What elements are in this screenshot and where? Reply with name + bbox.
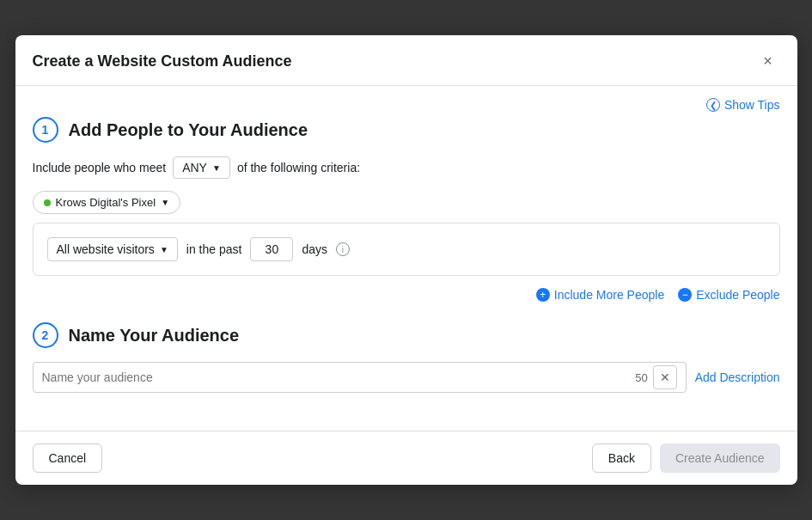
section2-header: 2 Name Your Audience bbox=[33, 322, 780, 348]
include-more-button[interactable]: + Include More People bbox=[536, 288, 664, 302]
any-dropdown[interactable]: ANY ▼ bbox=[173, 156, 230, 179]
pixel-tag[interactable]: Krows Digital's Pixel ▼ bbox=[33, 191, 181, 214]
close-button[interactable]: × bbox=[756, 49, 780, 73]
visitors-dropdown[interactable]: All website visitors ▼ bbox=[47, 237, 178, 261]
criteria-box: All website visitors ▼ in the past days … bbox=[33, 223, 780, 276]
in-past-label: in the past bbox=[186, 242, 242, 256]
include-text-after: of the following criteria: bbox=[237, 161, 360, 174]
step2-number: 2 bbox=[42, 328, 49, 342]
audience-name-row: 50 ✕ Add Description bbox=[33, 362, 780, 393]
clear-input-button[interactable]: ✕ bbox=[653, 365, 677, 389]
cancel-label: Cancel bbox=[49, 451, 87, 465]
modal-footer: Cancel Back Create Audience bbox=[15, 431, 797, 485]
show-tips-label: Show Tips bbox=[724, 98, 780, 112]
exclude-label: Exclude People bbox=[696, 288, 779, 302]
actions-row: + Include More People − Exclude People bbox=[33, 288, 780, 302]
modal-title: Create a Website Custom Audience bbox=[33, 52, 292, 70]
add-description-button[interactable]: Add Description bbox=[695, 370, 780, 384]
days-input[interactable] bbox=[250, 237, 293, 261]
step1-number: 1 bbox=[42, 123, 49, 137]
char-count: 50 bbox=[635, 371, 647, 384]
section1-title: Add People to Your Audience bbox=[69, 120, 308, 140]
step2-circle: 2 bbox=[33, 322, 58, 348]
create-audience-button[interactable]: Create Audience bbox=[660, 444, 780, 473]
show-tips-button[interactable]: ❮ Show Tips bbox=[706, 98, 780, 112]
section-name-audience: 2 Name Your Audience 50 ✕ Add Descriptio… bbox=[33, 322, 780, 393]
green-dot-icon bbox=[44, 199, 51, 206]
include-text-before: Include people who meet bbox=[33, 161, 167, 174]
modal-overlay: Create a Website Custom Audience × ❮ Sho… bbox=[0, 0, 812, 520]
footer-right: Back Create Audience bbox=[592, 444, 780, 473]
minus-circle-icon: − bbox=[678, 288, 692, 302]
back-label: Back bbox=[608, 451, 635, 465]
criteria-row: All website visitors ▼ in the past days … bbox=[47, 237, 766, 261]
audience-name-input[interactable] bbox=[42, 370, 636, 384]
modal-dialog: Create a Website Custom Audience × ❮ Sho… bbox=[15, 35, 797, 485]
modal-header: Create a Website Custom Audience × bbox=[15, 35, 797, 86]
show-tips-row: ❮ Show Tips bbox=[33, 86, 780, 117]
any-chevron-icon: ▼ bbox=[212, 163, 221, 173]
step1-circle: 1 bbox=[33, 117, 58, 143]
visitors-chevron-icon: ▼ bbox=[160, 245, 168, 254]
info-icon[interactable]: i bbox=[336, 242, 350, 256]
cancel-button[interactable]: Cancel bbox=[33, 444, 103, 473]
back-button[interactable]: Back bbox=[592, 444, 651, 473]
pixel-chevron-icon: ▼ bbox=[161, 198, 169, 207]
plus-circle-icon: + bbox=[536, 288, 550, 302]
section1-header: 1 Add People to Your Audience bbox=[33, 117, 780, 143]
any-label: ANY bbox=[182, 161, 207, 174]
days-label: days bbox=[302, 242, 327, 256]
add-description-label: Add Description bbox=[695, 370, 780, 384]
section-add-people: 1 Add People to Your Audience Include pe… bbox=[33, 117, 780, 302]
section2-title: Name Your Audience bbox=[69, 326, 240, 346]
tips-circle-icon: ❮ bbox=[706, 98, 720, 112]
create-label: Create Audience bbox=[675, 451, 765, 465]
name-input-wrap: 50 ✕ bbox=[33, 362, 687, 393]
include-more-label: Include More People bbox=[554, 288, 664, 302]
visitors-label: All website visitors bbox=[57, 242, 155, 256]
pixel-label: Krows Digital's Pixel bbox=[56, 196, 156, 209]
close-icon: × bbox=[763, 52, 772, 70]
modal-body: ❮ Show Tips 1 Add People to Your Audienc… bbox=[15, 86, 797, 431]
include-criteria-row: Include people who meet ANY ▼ of the fol… bbox=[33, 156, 780, 179]
exclude-button[interactable]: − Exclude People bbox=[678, 288, 779, 302]
